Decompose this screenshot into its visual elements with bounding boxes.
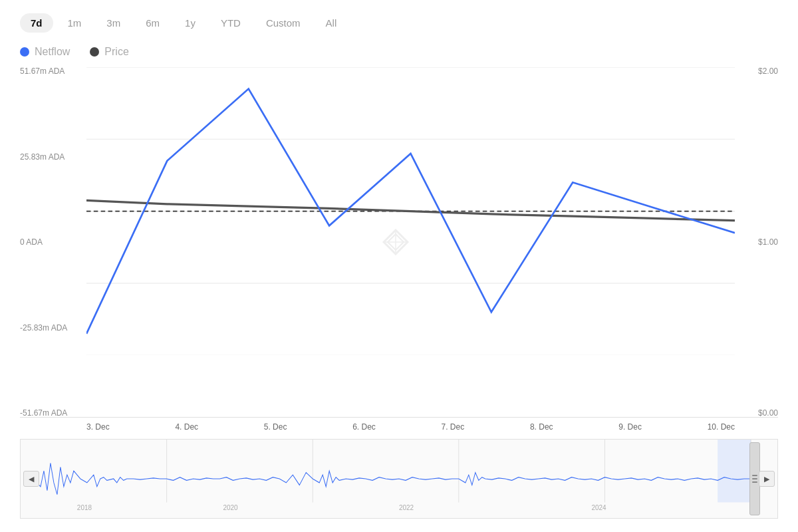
legend-label-netflow: Netflow [35, 46, 70, 58]
scroll-line-1 [752, 475, 757, 476]
x-axis-inner: 3. Dec 4. Dec 5. Dec 6. Dec 7. Dec 8. De… [86, 422, 735, 432]
x-label-8: 10. Dec [708, 422, 735, 432]
minimap-right-button[interactable]: ▶ [759, 471, 775, 487]
y-label-right-top: $2.00 [758, 67, 778, 75]
main-chart-svg [86, 67, 735, 355]
time-btn-1y[interactable]: 1y [174, 13, 206, 33]
x-label-4: 6. Dec [352, 422, 376, 432]
y-label-right-mid: $1.00 [758, 238, 778, 246]
legend-item-price: Price [90, 46, 128, 58]
minimap-svg: 2018 2020 2022 2024 [21, 440, 777, 518]
chart-wrapper: 51.67m ADA 25.83m ADA 0 ADA -25.83m ADA … [20, 67, 778, 519]
x-label-5: 7. Dec [442, 422, 465, 432]
legend-dot-netflow [20, 47, 29, 57]
main-chart-area: 51.67m ADA 25.83m ADA 0 ADA -25.83m ADA … [20, 67, 778, 418]
y-label-bottom: -51.67m ADA [20, 409, 86, 417]
y-label-top: 51.67m ADA [20, 67, 86, 75]
svg-text:2024: 2024 [591, 503, 606, 511]
legend: NetflowPrice [20, 46, 778, 58]
time-btn-6m[interactable]: 6m [135, 13, 170, 33]
legend-label-price: Price [104, 46, 128, 58]
legend-item-netflow: Netflow [20, 46, 70, 58]
scroll-line-3 [752, 481, 757, 483]
legend-dot-price [90, 47, 99, 57]
time-range-bar: 7d1m3m6m1yYTDCustomAll [20, 13, 778, 33]
y-axis-right: $2.00 $1.00 $0.00 [738, 67, 778, 417]
time-btn-1m[interactable]: 1m [57, 13, 92, 33]
time-btn-3m[interactable]: 3m [96, 13, 131, 33]
x-label-6: 8. Dec [530, 422, 553, 432]
time-btn-custom[interactable]: Custom [255, 13, 311, 33]
y-label-4: -25.83m ADA [20, 324, 86, 332]
minimap-left-button[interactable]: ◀ [23, 471, 39, 487]
svg-text:2020: 2020 [223, 503, 237, 511]
y-label-right-bottom: $0.00 [758, 409, 778, 417]
x-axis: 3. Dec 4. Dec 5. Dec 6. Dec 7. Dec 8. De… [20, 418, 778, 436]
scroll-handle-lines [752, 475, 757, 483]
x-label-2: 4. Dec [175, 422, 198, 432]
y-axis-left: 51.67m ADA 25.83m ADA 0 ADA -25.83m ADA … [20, 67, 86, 417]
main-container: 7d1m3m6m1yYTDCustomAll NetflowPrice 51.6… [0, 0, 798, 532]
svg-rect-20 [718, 440, 751, 502]
y-label-2: 25.83m ADA [20, 153, 86, 161]
time-btn-ytd[interactable]: YTD [210, 13, 251, 33]
minimap-area: ◀ ▶ 2018 2020 2022 2024 [20, 439, 778, 519]
x-label-1: 3. Dec [86, 422, 110, 432]
x-label-7: 9. Dec [618, 422, 642, 432]
time-btn-7d[interactable]: 7d [20, 13, 53, 33]
x-label-3: 5. Dec [264, 422, 287, 432]
svg-text:2022: 2022 [399, 503, 414, 511]
scroll-line-2 [752, 478, 757, 479]
svg-text:2018: 2018 [77, 503, 92, 511]
time-btn-all[interactable]: All [315, 13, 348, 33]
y-label-3: 0 ADA [20, 238, 86, 246]
